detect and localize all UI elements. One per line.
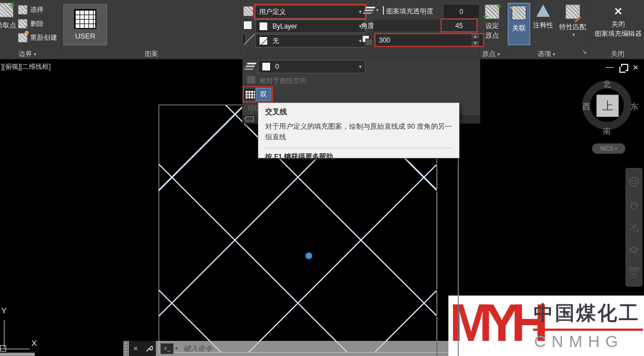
layer-value: 0 [275, 63, 279, 71]
annotative-button[interactable]: 注释性 [530, 4, 556, 30]
ucs-y-label: Y [1, 306, 7, 315]
spinner-up-icon[interactable]: ▲ [471, 34, 480, 40]
spacing-value: 300 [379, 36, 390, 44]
orbit-icon[interactable] [628, 243, 640, 256]
close-hatch-editor-button[interactable]: × 关闭 图案填充编辑器 [592, 4, 644, 39]
pan-hand-icon[interactable] [628, 199, 640, 211]
hatch-color-icon [243, 21, 252, 30]
set-origin-icon: + + [485, 4, 499, 19]
annotative-label: 注释性 [533, 21, 553, 30]
paper-space-icon [247, 76, 256, 84]
pattern-panel-label[interactable]: 图案 [129, 49, 174, 57]
boundary-panel-label[interactable]: 边界▾ [8, 49, 47, 57]
layer-color-swatch-icon [262, 62, 271, 71]
hatch-spacing-field[interactable]: 300 ▲ ▼ [376, 34, 483, 46]
match-properties-icon [566, 4, 580, 19]
viewcube-south[interactable]: 南 [601, 127, 613, 137]
tooltip-help-hint: 按 F1 键获得更多帮助 [265, 152, 452, 162]
transparency-label: 图案填充透明度 [386, 7, 433, 16]
viewcube-north[interactable]: 北 [601, 79, 613, 90]
tooltip-body: 对于用户定义的填充图案，绘制与原始直线成 90 度角的另一组直线 [265, 121, 453, 143]
chevron-down-icon: ▾ [553, 51, 555, 57]
cursor-bar [383, 6, 384, 15]
hatch-type-dropdown[interactable]: 用户定义 ▾ [255, 5, 365, 18]
spacing-spinner[interactable]: ▲ ▼ [471, 34, 480, 46]
showmotion-icon[interactable] [628, 266, 640, 279]
commandbar-tools-icon[interactable] [142, 341, 156, 356]
minimize-button[interactable]: — [604, 62, 615, 71]
command-prompt-icon[interactable]: >_ [160, 343, 174, 354]
brand-name-cn: 中国煤化工 [534, 300, 640, 326]
viewport-controls-label[interactable]: ][俯视][二维线框] [1, 62, 51, 72]
remove-boundary-button[interactable]: × 删除 [18, 18, 44, 29]
origin-panel-label[interactable]: 原点▾ [475, 49, 507, 57]
panel-divider [590, 0, 590, 59]
color-swatch-icon [259, 22, 268, 31]
navigation-wheel-icon[interactable] [628, 176, 640, 188]
user-pattern-swatch-icon [74, 9, 96, 29]
recreate-label: 重新创建 [30, 33, 57, 43]
hatch-type-icon [243, 6, 253, 16]
close-button-label1: 关闭 [611, 20, 625, 29]
watermark-logo: MYH 中国煤化工 CNMHG [448, 296, 644, 356]
chevron-down-icon[interactable]: ▾ [175, 346, 178, 351]
commandbar-grip[interactable] [123, 341, 129, 356]
chevron-down-icon: ▾ [359, 38, 362, 44]
panel-divider [62, 0, 62, 59]
chevron-down-icon: ▾ [359, 64, 362, 69]
hatch-editor-ribbon: + 拾取点 选择 × 删除 重新创建 边界▾ USER [0, 0, 644, 59]
angle-value-field[interactable]: 45 [442, 20, 476, 31]
set-origin-button[interactable]: + + 设定 原点 [480, 4, 504, 40]
none-swatch-icon [259, 36, 268, 45]
recreate-boundary-button[interactable]: 重新创建 [18, 32, 57, 43]
double-hatch-toggle[interactable]: 双 [244, 87, 272, 101]
background-color-dropdown[interactable]: 无 ▾ [255, 34, 365, 48]
transparency-value-field[interactable]: 0 [444, 5, 479, 18]
pattern-user-button[interactable]: USER [63, 4, 107, 45]
match-properties-label: 特性匹配 [559, 22, 586, 32]
set-origin-label1: 设定 [485, 21, 499, 31]
options-panel-label[interactable]: 选项▾ [524, 49, 569, 57]
user-pattern-label: USER [75, 32, 95, 40]
associative-toggle-button[interactable]: ⌁ 关联 [508, 3, 530, 45]
chevron-down-icon: ▾ [615, 147, 617, 151]
hatch-origin-point[interactable] [305, 252, 312, 259]
double-grid-icon [244, 90, 256, 99]
chevron-down-icon[interactable]: ▾ [376, 7, 379, 13]
hatch-type-value: 用户定义 [259, 7, 286, 17]
close-window-button[interactable]: × [630, 62, 641, 73]
select-boundary-button[interactable]: 选择 [18, 4, 44, 15]
match-properties-button[interactable]: 特性匹配 ▾ [557, 4, 589, 38]
chevron-down-icon: ▾ [572, 32, 575, 38]
panel-expander-icon[interactable]: ↘ [582, 48, 587, 55]
background-color-icon [243, 35, 244, 44]
set-origin-label2: 原点 [485, 31, 499, 40]
remove-icon: × [18, 19, 27, 29]
brand-underline [533, 329, 643, 331]
associative-icon: ⌁ [512, 6, 526, 20]
brand-name-en: CNMHG [534, 332, 624, 351]
restore-button[interactable] [621, 64, 628, 71]
wcs-dropdown[interactable]: WCS ▾ [592, 143, 626, 154]
brand-mark: MYH [450, 296, 540, 353]
relative-to-paper-label: 相对于图纸空间 [260, 76, 307, 86]
panel-divider [241, 0, 242, 59]
chevron-down-icon: ▾ [34, 51, 36, 57]
commandbar-close-icon[interactable]: × [129, 341, 142, 356]
viewcube-top-face[interactable]: 上 [596, 95, 619, 117]
layer-dropdown[interactable]: 0 ▾ [258, 60, 365, 73]
viewcube-west[interactable]: 西 [580, 102, 592, 112]
hatch-color-dropdown[interactable]: ByLayer ▾ [255, 20, 365, 33]
viewcube-east[interactable]: 东 [628, 102, 641, 112]
command-input[interactable]: 键入命令 [183, 344, 212, 354]
zoom-icon[interactable] [628, 221, 640, 233]
close-button-label2: 图案填充编辑器 [595, 29, 642, 39]
close-panel-label: 关闭 [600, 49, 636, 57]
spinner-down-icon[interactable]: ▼ [471, 40, 480, 46]
pin-panel-icon[interactable] [245, 116, 254, 121]
close-icon: × [614, 4, 622, 18]
annotative-icon [536, 4, 550, 17]
crossing-lines-tooltip: 交叉线 对于用户定义的填充图案，绘制与原始直线成 90 度角的另一组直线 按 F… [258, 102, 460, 158]
remove-label: 删除 [30, 19, 44, 29]
associative-label: 关联 [512, 24, 526, 33]
